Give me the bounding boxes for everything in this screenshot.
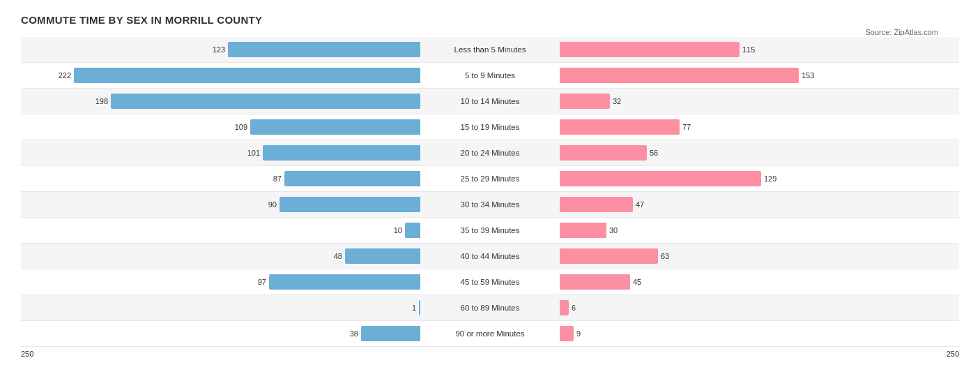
row-label: 10 to 14 Minutes: [420, 97, 560, 105]
female-value: 9: [576, 329, 581, 338]
male-value: 10: [394, 226, 402, 234]
left-section: 10: [21, 221, 420, 239]
left-section: 222: [21, 66, 420, 84]
row-inner: 1 60 to 89 Minutes 6: [21, 299, 959, 317]
male-value: 198: [95, 97, 108, 105]
bar-row: 109 15 to 19 Minutes 77: [21, 114, 959, 140]
bar-row: 48 40 to 44 Minutes 63: [21, 244, 959, 269]
row-label: 20 to 24 Minutes: [420, 149, 560, 157]
female-value: 77: [682, 123, 691, 131]
female-bar: [560, 119, 680, 135]
chart-area: 123 Less than 5 Minutes 115 222 5 to 9 M…: [21, 37, 959, 365]
right-section: 9: [560, 325, 959, 343]
female-bar: [560, 94, 610, 109]
row-label: 90 or more Minutes: [420, 329, 560, 338]
male-value: 222: [59, 71, 71, 80]
bar-row: 101 20 to 24 Minutes 56: [21, 140, 959, 166]
bars-container: 123 Less than 5 Minutes 115 222 5 to 9 M…: [21, 37, 959, 347]
row-label: 35 to 39 Minutes: [420, 226, 560, 234]
chart-title: COMMUTE TIME BY SEX IN MORRILL COUNTY: [21, 14, 959, 26]
bar-row: 90 30 to 34 Minutes 47: [21, 192, 959, 218]
male-bar: [345, 248, 420, 264]
left-section: 109: [21, 118, 420, 136]
row-label: 60 to 89 Minutes: [420, 304, 560, 312]
female-value: 153: [802, 71, 814, 80]
row-inner: 222 5 to 9 Minutes 153: [21, 66, 959, 84]
bar-row: 222 5 to 9 Minutes 153: [21, 63, 959, 89]
right-section: 115: [560, 40, 959, 59]
male-bar: [250, 119, 420, 135]
female-value: 6: [572, 304, 576, 312]
left-section: 101: [21, 144, 420, 162]
female-bar: [560, 326, 574, 341]
left-section: 38: [21, 325, 420, 343]
female-bar: [560, 248, 658, 264]
female-value: 63: [661, 252, 669, 260]
row-inner: 101 20 to 24 Minutes 56: [21, 144, 959, 162]
female-bar: [560, 42, 740, 57]
male-value: 101: [247, 149, 260, 157]
row-inner: 109 15 to 19 Minutes 77: [21, 118, 959, 136]
male-bar: [284, 171, 420, 186]
row-label: 15 to 19 Minutes: [420, 123, 560, 131]
right-section: 153: [560, 66, 959, 84]
female-value: 45: [633, 278, 641, 286]
bar-row: 198 10 to 14 Minutes 32: [21, 89, 959, 114]
right-section: 30: [560, 221, 959, 239]
male-bar: [269, 274, 420, 290]
row-inner: 97 45 to 59 Minutes 45: [21, 273, 959, 291]
male-bar: [111, 94, 420, 109]
bar-row: 1 60 to 89 Minutes 6: [21, 295, 959, 321]
female-value: 129: [764, 174, 776, 183]
row-inner: 38 90 or more Minutes 9: [21, 325, 959, 343]
female-value: 47: [636, 200, 644, 209]
bar-row: 38 90 or more Minutes 9: [21, 321, 959, 347]
male-value: 38: [350, 329, 358, 338]
male-value: 48: [334, 252, 342, 260]
female-value: 30: [609, 226, 618, 234]
male-bar: [228, 42, 420, 57]
bar-row: 87 25 to 29 Minutes 129: [21, 166, 959, 192]
female-bar: [560, 223, 606, 238]
left-section: 1: [21, 299, 420, 317]
male-value: 109: [235, 123, 247, 131]
right-section: 63: [560, 247, 959, 265]
axis-right: 250: [947, 350, 959, 358]
male-bar: [361, 326, 420, 341]
left-section: 90: [21, 195, 420, 214]
row-label: 45 to 59 Minutes: [420, 278, 560, 286]
row-label: Less than 5 Minutes: [420, 45, 560, 54]
row-label: 25 to 29 Minutes: [420, 174, 560, 183]
row-label: 30 to 34 Minutes: [420, 200, 560, 209]
row-inner: 198 10 to 14 Minutes 32: [21, 92, 959, 110]
left-section: 198: [21, 92, 420, 110]
female-bar: [560, 197, 633, 212]
right-section: 45: [560, 273, 959, 291]
female-bar: [560, 171, 761, 186]
male-bar: [263, 145, 420, 161]
axis-labels: 250 250: [21, 350, 959, 358]
right-section: 6: [560, 299, 959, 317]
male-value: 87: [273, 174, 282, 183]
row-label: 5 to 9 Minutes: [420, 71, 560, 80]
male-value: 1: [412, 304, 416, 312]
row-inner: 48 40 to 44 Minutes 63: [21, 247, 959, 265]
bar-row: 10 35 to 39 Minutes 30: [21, 218, 959, 244]
female-bar: [560, 68, 799, 83]
row-inner: 10 35 to 39 Minutes 30: [21, 221, 959, 239]
bar-row: 97 45 to 59 Minutes 45: [21, 269, 959, 295]
right-section: 47: [560, 195, 959, 214]
bar-row: 123 Less than 5 Minutes 115: [21, 37, 959, 63]
left-section: 123: [21, 40, 420, 59]
female-bar: [560, 300, 569, 315]
male-value: 90: [268, 200, 277, 209]
male-value: 123: [213, 45, 225, 54]
right-section: 77: [560, 118, 959, 136]
male-bar: [280, 197, 420, 212]
left-section: 97: [21, 273, 420, 291]
right-section: 32: [560, 92, 959, 110]
male-bar: [405, 223, 420, 238]
female-bar: [560, 145, 647, 161]
male-value: 97: [258, 278, 266, 286]
row-inner: 123 Less than 5 Minutes 115: [21, 40, 959, 59]
